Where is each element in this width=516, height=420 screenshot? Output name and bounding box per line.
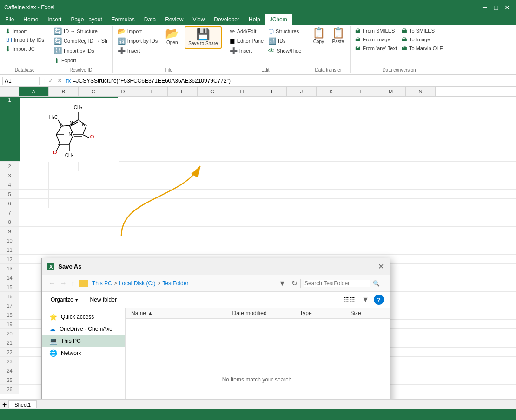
col-name[interactable]: Name ▲ <box>131 310 232 316</box>
refresh-button[interactable]: ↻ <box>291 278 298 289</box>
copy-button[interactable]: 📋 Copy <box>309 26 328 46</box>
menu-review[interactable]: Review <box>160 14 188 25</box>
paste-button[interactable]: 📋 Paste <box>329 26 347 46</box>
from-smiles-button[interactable]: 🏔 From SMILES <box>353 26 399 35</box>
sidebar-item-quick-access[interactable]: ⭐ Quick access <box>42 311 125 323</box>
compreg-label: CompReg ID → Str <box>64 38 108 44</box>
edit-col-right: ⬡ Structures 🔢 IDs 👁 Show/Hide <box>266 26 303 55</box>
import-button[interactable]: ⬇ Import <box>3 26 46 36</box>
dialog-close-button[interactable]: ✕ <box>378 262 384 271</box>
structures-button[interactable]: ⬡ Structures <box>266 26 303 36</box>
maximize-button[interactable]: □ <box>491 4 501 11</box>
search-icon[interactable]: 🔍 <box>373 280 380 287</box>
breadcrumb-test-folder[interactable]: TestFolder <box>162 280 188 287</box>
this-pc-label: This PC <box>61 338 81 344</box>
new-folder-button[interactable]: New folder <box>86 295 121 305</box>
formula-input[interactable]: =JCSYSStructure("F53FCC6E371EE60A36AE362… <box>73 78 514 84</box>
open-button[interactable]: 📂 Open <box>160 26 184 47</box>
sheet-tabs: + Sheet1 <box>0 399 516 409</box>
network-icon: 🌐 <box>49 349 57 357</box>
export-button[interactable]: ⬆ Export <box>52 56 110 65</box>
view-dropdown-button[interactable]: ▼ <box>361 295 370 305</box>
sheet-tab-1[interactable]: Sheet1 <box>8 400 37 408</box>
edit-insert-button[interactable]: ➕ Insert <box>228 46 265 55</box>
from-smiles-label: From SMILES <box>363 28 395 33</box>
save-as-dialog: X Save As ✕ ← → ↑ This PC > Local Disk (… <box>41 258 390 399</box>
menu-bar: File Home Insert Page Layout Formulas Da… <box>0 14 516 25</box>
col-size[interactable]: Size <box>350 310 384 316</box>
menu-home[interactable]: Home <box>19 14 43 25</box>
resolve-import-ids-button[interactable]: 🔢 Import by IDs <box>52 46 110 55</box>
editor-pane-button[interactable]: ◼ Editor Pane <box>228 36 265 46</box>
sidebar-item-this-pc[interactable]: 💻 This PC <box>42 335 125 347</box>
organize-button[interactable]: Organize ▼ <box>47 295 82 305</box>
file-col-small: 📂 Import 🔢 Import by IDs ➕ Insert <box>116 26 159 55</box>
col-type[interactable]: Type <box>300 310 351 316</box>
nav-forward-button[interactable]: → <box>59 278 68 289</box>
id-structure-button[interactable]: 🔄 ID → Structure <box>52 26 110 36</box>
file-import-button[interactable]: 📂 Import <box>116 26 159 36</box>
minimize-button[interactable]: ─ <box>480 4 490 11</box>
menu-data[interactable]: Data <box>139 14 160 25</box>
compreg-icon: 🔄 <box>54 37 62 45</box>
dialog-sidebar: ⭐ Quick access ☁ OneDrive - ChemAxc 💻 Th… <box>42 308 126 399</box>
menu-developer[interactable]: Developer <box>209 14 244 25</box>
menu-file[interactable]: File <box>0 14 19 25</box>
to-marvin-ole-icon: 🏔 <box>402 45 407 52</box>
edit-insert-icon: ➕ <box>230 47 238 54</box>
import-jc-button[interactable]: ⬇ Import JC <box>3 44 46 53</box>
to-marvin-ole-button[interactable]: 🏔 To Marvin OLE <box>400 44 445 52</box>
show-hide-button[interactable]: 👁 Show/Hide <box>266 46 303 55</box>
ids-button[interactable]: 🔢 IDs <box>266 36 303 46</box>
help-button[interactable]: ? <box>374 295 384 305</box>
breadcrumb-this-pc[interactable]: This PC <box>92 280 112 287</box>
to-smiles-button[interactable]: 🏔 To SMILES <box>400 26 445 35</box>
breadcrumb-local-disk[interactable]: Local Disk (C:) <box>119 280 156 287</box>
import-by-ids-button[interactable]: Id i Import by IDs <box>3 36 46 44</box>
to-smiles-label: To SMILES <box>409 28 435 33</box>
from-text-button[interactable]: 🏔 From 'any' Text <box>353 44 399 52</box>
add-edit-button[interactable]: ✏ Add/Edit <box>228 26 265 36</box>
add-sheet-button[interactable]: + <box>2 400 7 409</box>
col-date[interactable]: Date modified <box>232 310 300 316</box>
cancel-formula-icon: ✕ <box>57 77 62 84</box>
menu-page-layout[interactable]: Page Layout <box>66 14 106 25</box>
sidebar-item-network[interactable]: 🌐 Network <box>42 347 125 359</box>
close-button[interactable]: ✕ <box>503 4 512 11</box>
title-bar: Caffeine.xlsx - Excel ─ □ ✕ <box>0 0 516 14</box>
compreg-button[interactable]: 🔄 CompReg ID → Str <box>52 36 110 46</box>
breadcrumb-dropdown-button[interactable]: ▼ <box>278 278 287 289</box>
search-input[interactable] <box>304 280 370 287</box>
editor-pane-label: Editor Pane <box>237 38 264 44</box>
menu-jchem[interactable]: JChem <box>265 14 292 25</box>
cell-reference[interactable]: A1 <box>2 77 40 85</box>
to-image-button[interactable]: 🏔 To Image <box>400 35 445 44</box>
file-list-header: Name ▲ Date modified Type Size <box>126 308 390 319</box>
menu-view[interactable]: View <box>188 14 210 25</box>
file-ids-icon: 🔢 <box>118 37 126 45</box>
file-insert-button[interactable]: ➕ Insert <box>116 46 159 55</box>
menu-formulas[interactable]: Formulas <box>107 14 139 25</box>
formula-divider: | <box>43 78 45 84</box>
folder-icon <box>79 280 88 287</box>
dialog-body: ⭐ Quick access ☁ OneDrive - ChemAxc 💻 Th… <box>42 308 390 399</box>
nav-up-button[interactable]: ↑ <box>70 278 75 289</box>
database-group-label: Database <box>3 66 46 72</box>
id-structure-icon: 🔄 <box>54 27 62 35</box>
save-to-share-button[interactable]: 💾 Save to Share <box>185 26 221 49</box>
import-jc-icon: ⬇ <box>5 45 11 52</box>
file-import-ids-button[interactable]: 🔢 Import by IDs <box>116 36 159 46</box>
transfer-group-label: Data transfer <box>309 66 347 72</box>
menu-insert[interactable]: Insert <box>43 14 66 25</box>
quick-access-label: Quick access <box>61 314 94 320</box>
view-toggle-button[interactable]: ☷☷ <box>341 295 357 304</box>
file-ids-label: Import by IDs <box>127 38 158 44</box>
dialog-title-bar: X Save As ✕ <box>42 258 390 275</box>
sidebar-item-onedrive[interactable]: ☁ OneDrive - ChemAxc <box>42 323 125 335</box>
from-image-button[interactable]: 🏔 From Image <box>353 35 399 44</box>
nav-back-button[interactable]: ← <box>47 278 57 289</box>
onedrive-icon: ☁ <box>49 325 56 333</box>
ribbon-content: ⬇ Import Id i Import by IDs ⬇ Import JC <box>0 25 516 74</box>
menu-help[interactable]: Help <box>244 14 265 25</box>
organize-dropdown-icon: ▼ <box>74 297 79 302</box>
